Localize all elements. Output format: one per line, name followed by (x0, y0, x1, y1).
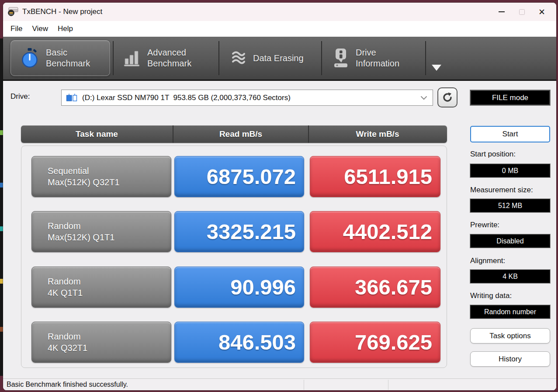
task-button-random-4k-q1t1[interactable]: Random 4K Q1T1 (31, 267, 171, 308)
drive-partition-icon (66, 93, 78, 103)
menu-file[interactable]: File (6, 21, 27, 37)
task-button-sequential-512k-q32t1[interactable]: Sequential Max(512K) Q32T1 (31, 156, 171, 197)
task-name-line: Random (48, 331, 171, 342)
prewrite-value: Disabled (470, 234, 550, 248)
history-button[interactable]: History (470, 351, 550, 367)
task-name-line: 4K Q32T1 (48, 342, 171, 354)
window-title: TxBENCH - New project (22, 3, 102, 21)
prewrite-label: Prewrite: (470, 221, 499, 229)
task-name-line: 4K Q1T1 (48, 287, 171, 298)
maximize-button[interactable] (512, 4, 532, 19)
chevron-down-icon (420, 96, 427, 100)
drive-select[interactable]: (D:) Lexar SSD NM790 1T 953.85 GB (2,000… (61, 90, 433, 106)
tab-label-line: Drive (356, 47, 399, 58)
menu-view[interactable]: View (27, 21, 53, 37)
tab-overflow-chevron-icon[interactable] (432, 65, 441, 71)
minimize-icon (499, 11, 505, 12)
menu-help[interactable]: Help (53, 21, 78, 37)
drive-label: Drive: (10, 92, 30, 101)
tab-label-line: Data Erasing (253, 53, 304, 64)
tab-separator (321, 41, 322, 75)
file-mode-button[interactable]: FILE mode (470, 90, 550, 105)
writing-data-value: Random number (470, 305, 550, 319)
bar-chart-icon (124, 48, 141, 68)
tab-bar: Basic Benchmark Advanced Benchmark (3, 37, 556, 81)
tab-basic-benchmark[interactable]: Basic Benchmark (10, 40, 110, 76)
tab-label-line: Benchmark (46, 58, 90, 69)
write-result-value: 366.675 (310, 267, 440, 308)
task-name-line: Random (48, 276, 171, 287)
minimize-button[interactable] (492, 4, 512, 19)
refresh-icon (441, 91, 454, 104)
table-row: Random Max(512K) Q1T1 3325.215 4402.512 (21, 211, 447, 252)
tab-label-line: Basic (46, 47, 90, 58)
task-name-line: Random (48, 220, 171, 232)
status-bar-divider (388, 380, 388, 390)
menu-bar: File View Help (3, 21, 556, 37)
benchmark-results-panel: Sequential Max(512K) Q32T1 6875.072 6511… (21, 146, 447, 368)
app-window: TxBENCH - New project ✕ File View Help B… (3, 3, 556, 390)
table-row: Random 4K Q1T1 90.996 366.675 (21, 267, 447, 308)
column-header-task-name: Task name (21, 125, 173, 143)
tab-separator (113, 41, 114, 75)
close-icon: ✕ (538, 8, 545, 16)
tab-label-line: Information (356, 58, 399, 69)
stopwatch-icon (20, 47, 40, 69)
write-result-value: 769.625 (310, 322, 440, 363)
task-name-line: Max(512K) Q32T1 (48, 177, 171, 188)
maximize-icon (519, 9, 525, 15)
column-header-read: Read mB/s (173, 125, 308, 143)
table-row: Random 4K Q32T1 846.503 769.625 (21, 322, 447, 363)
task-name-line: Max(512K) Q1T1 (48, 232, 171, 243)
start-position-label: Start position: (470, 150, 516, 159)
app-icon (7, 7, 19, 17)
writing-data-label: Writing data: (470, 291, 512, 300)
alignment-label: Alignment: (470, 257, 505, 265)
status-bar: Basic Benchmark finished successfully. (3, 378, 556, 390)
column-header-write: Write mB/s (308, 125, 446, 143)
status-bar-divider (304, 380, 304, 390)
read-result-value: 6875.072 (174, 156, 304, 197)
task-button-random-512k-q1t1[interactable]: Random Max(512K) Q1T1 (31, 211, 171, 252)
start-button[interactable]: Start (470, 126, 550, 142)
read-result-value: 846.503 (174, 322, 304, 363)
table-row: Sequential Max(512K) Q32T1 6875.072 6511… (21, 156, 447, 197)
alignment-value: 4 KB (470, 270, 550, 283)
start-position-value: 0 MB (470, 164, 550, 177)
refresh-drives-button[interactable] (437, 87, 457, 108)
measurement-size-label: Measurement size: (470, 186, 533, 194)
tab-data-erasing[interactable]: Data Erasing (221, 40, 320, 76)
benchmark-table-header: Task name Read mB/s Write mB/s (21, 125, 447, 143)
close-button[interactable]: ✕ (532, 4, 552, 19)
tab-label-line: Benchmark (147, 58, 191, 69)
tab-advanced-benchmark[interactable]: Advanced Benchmark (115, 40, 217, 76)
task-button-random-4k-q32t1[interactable]: Random 4K Q32T1 (31, 322, 171, 363)
task-name-line: Sequential (48, 165, 171, 177)
status-message: Basic Benchmark finished successfully. (7, 379, 128, 390)
title-bar: TxBENCH - New project ✕ (3, 3, 556, 21)
read-result-value: 90.996 (174, 267, 304, 308)
erase-squiggle-icon (229, 49, 247, 67)
write-result-value: 6511.915 (310, 156, 440, 197)
task-options-button[interactable]: Task options (470, 328, 550, 343)
read-result-value: 3325.215 (174, 211, 304, 252)
write-result-value: 4402.512 (310, 211, 440, 252)
tab-separator (425, 41, 426, 75)
measurement-size-value: 512 MB (470, 199, 550, 212)
desktop-edge-strip (0, 38, 3, 376)
drive-info-icon (332, 48, 350, 69)
tab-separator (218, 41, 219, 75)
tab-label-line: Advanced (147, 47, 191, 58)
tab-drive-information[interactable]: Drive Information (323, 40, 424, 76)
drive-selected-option: (D:) Lexar SSD NM790 1T 953.85 GB (2,000… (82, 94, 420, 102)
